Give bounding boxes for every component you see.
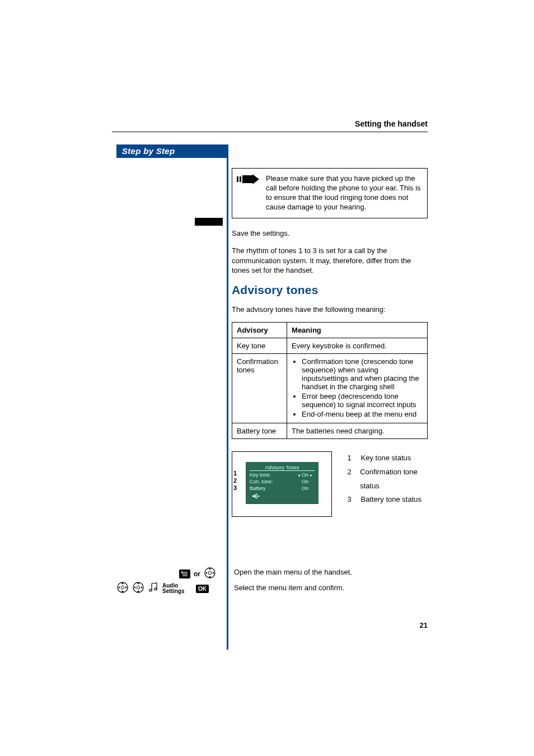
rhythm-info-text: The rhythm of tones 1 to 3 is set for a … bbox=[232, 246, 428, 276]
lcd-screen: Advisory Tones Key tone: ◂ On ▸ Con. ton… bbox=[246, 462, 318, 504]
table-header-advisory: Advisory bbox=[232, 323, 287, 338]
header-section-title: Setting the handset bbox=[355, 119, 428, 128]
table-row: Confirmation tones Confirmation tone (cr… bbox=[232, 354, 428, 423]
step-select-item-keys: Audio Settings OK bbox=[116, 581, 209, 596]
cell-advisory: Key tone bbox=[232, 338, 287, 354]
cell-advisory: Battery tone bbox=[232, 423, 287, 439]
lcd-label: Key tone: bbox=[250, 472, 271, 479]
header-rule bbox=[112, 132, 428, 132]
step-select-item-text: Select the menu item and confirm. bbox=[234, 584, 344, 592]
svg-rect-0 bbox=[237, 176, 238, 182]
svg-rect-17 bbox=[122, 591, 124, 592]
menu-item-audio-settings: Audio Settings bbox=[162, 583, 193, 595]
lcd-label: Battery bbox=[250, 486, 266, 492]
advisory-intro-text: The advisory tones have the following me… bbox=[232, 305, 428, 315]
bullet: End-of-menu beep at the menu end bbox=[302, 410, 423, 418]
music-note-icon bbox=[148, 582, 159, 595]
svg-rect-11 bbox=[209, 576, 211, 577]
svg-rect-1 bbox=[240, 176, 241, 182]
lcd-softkey-back-icon bbox=[250, 493, 315, 500]
menu-key-icon bbox=[179, 570, 190, 578]
table-row: Battery tone The batteries need charging… bbox=[232, 423, 428, 439]
page-number: 21 bbox=[420, 621, 428, 629]
attention-arrow-icon bbox=[237, 174, 260, 187]
warning-note: Please make sure that you have picked up… bbox=[232, 168, 428, 218]
svg-marker-15 bbox=[125, 586, 127, 589]
svg-marker-21 bbox=[141, 586, 143, 589]
legend-num: 1 bbox=[348, 451, 353, 465]
svg-rect-19 bbox=[137, 586, 140, 589]
cell-meaning: Confirmation tone (crescendo tone sequen… bbox=[287, 354, 428, 423]
or-label: or bbox=[194, 570, 200, 578]
save-settings-text: Save the settings. bbox=[232, 228, 428, 239]
heading-advisory-tones: Advisory tones bbox=[232, 283, 428, 297]
legend-text: Key tone status bbox=[361, 451, 411, 465]
lcd-value: On bbox=[302, 472, 308, 478]
svg-rect-23 bbox=[138, 591, 139, 592]
svg-marker-9 bbox=[213, 572, 214, 574]
lcd-row-battery: Battery On bbox=[250, 486, 315, 492]
table-row: Key tone Every keystroke is confirmed. bbox=[232, 338, 428, 354]
nav-control-icon bbox=[204, 567, 216, 581]
handset-screen-illustration: 1 2 3 Advisory Tones Key tone: ◂ On ▸ Co… bbox=[232, 451, 332, 517]
legend-num: 3 bbox=[348, 493, 353, 507]
callout-1: 1 bbox=[233, 470, 237, 477]
callout-3: 3 bbox=[233, 484, 237, 492]
lcd-row-contone: Con. tone: On bbox=[250, 479, 315, 486]
svg-marker-2 bbox=[242, 174, 259, 184]
lcd-value: On bbox=[296, 479, 315, 486]
nav-control-icon bbox=[116, 581, 129, 596]
lcd-label: Con. tone: bbox=[250, 479, 273, 486]
step-open-menu-text: Open the main menu of the handset. bbox=[234, 568, 352, 576]
table-header-meaning: Meaning bbox=[287, 323, 428, 338]
advisory-tones-table: Advisory Meaning Key tone Every keystrok… bbox=[232, 322, 428, 439]
bullet: Error beep (decrescendo tone sequence) t… bbox=[302, 392, 423, 409]
svg-marker-16 bbox=[118, 586, 120, 589]
callout-2: 2 bbox=[233, 477, 237, 484]
sidebar-step-by-step: Step by Step bbox=[116, 144, 228, 158]
lcd-value: On bbox=[296, 486, 315, 492]
svg-rect-7 bbox=[209, 572, 212, 575]
legend-text: Confirmation tone status bbox=[360, 465, 428, 493]
cell-meaning: Every keystroke is confirmed. bbox=[287, 338, 428, 354]
warning-note-text: Please make sure that you have picked up… bbox=[266, 174, 421, 211]
cell-meaning: The batteries need charging. bbox=[287, 423, 428, 439]
callout-numbers: 1 2 3 bbox=[233, 470, 237, 491]
screen-legend: 1Key tone status 2Confirmation tone stat… bbox=[348, 451, 428, 507]
sidebar-vertical-rule bbox=[227, 144, 228, 650]
step-open-menu-keys: or bbox=[179, 567, 216, 581]
svg-marker-22 bbox=[134, 586, 135, 589]
save-key-placeholder-icon bbox=[195, 218, 223, 226]
ok-softkey-icon: OK bbox=[196, 585, 209, 593]
lcd-row-keytone: Key tone: ◂ On ▸ bbox=[250, 472, 315, 479]
lcd-title: Advisory Tones bbox=[250, 465, 315, 471]
cell-advisory: Confirmation tones bbox=[232, 354, 287, 423]
svg-marker-10 bbox=[205, 572, 207, 574]
bullet: Confirmation tone (crescendo tone sequen… bbox=[302, 357, 423, 391]
svg-rect-13 bbox=[121, 586, 124, 589]
nav-control-icon bbox=[132, 581, 144, 596]
legend-num: 2 bbox=[348, 465, 353, 493]
legend-text: Battery tone status bbox=[361, 493, 421, 507]
